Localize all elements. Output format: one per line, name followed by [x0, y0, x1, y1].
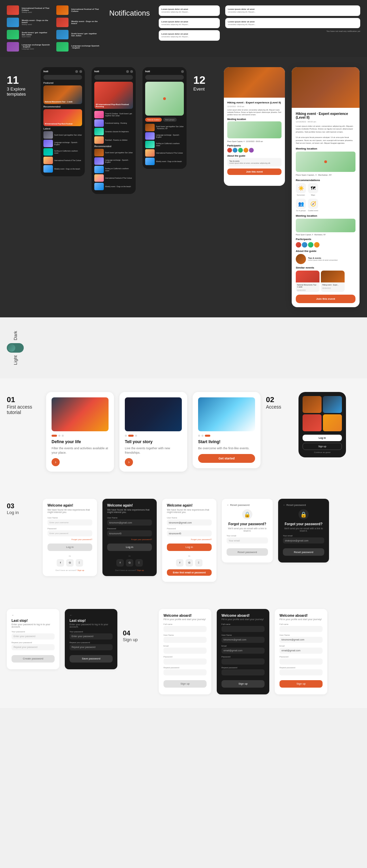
login-label-block: 03 Log in: [7, 499, 37, 515]
search-2[interactable]: [94, 75, 133, 80]
repeat-w-field-1[interactable]: [163, 669, 207, 675]
forgot-link-3[interactable]: Forgot your password?: [167, 538, 212, 540]
notifications-section: International Festival of Thai Culture W…: [0, 0, 367, 57]
back-btn-forgot-1[interactable]: ← Reset password: [227, 504, 268, 507]
back-btn-forgot-2[interactable]: ← Reset password: [283, 504, 324, 507]
card-1-arrow[interactable]: ›: [52, 458, 60, 466]
login-btn-2[interactable]: Log in: [107, 544, 152, 551]
reset-btn-2[interactable]: Reset password: [283, 548, 324, 556]
laststop-password-field-1[interactable]: Enter your password: [12, 633, 55, 639]
signup-span-1[interactable]: Sign up: [77, 569, 84, 571]
email-w-field-1[interactable]: [163, 648, 207, 654]
map-thumb-3: [145, 141, 155, 148]
forgot-link-2[interactable]: Forgot your password?: [107, 538, 152, 540]
section-participants: Participants: [227, 144, 282, 147]
notif-item-3: Sushi lovers' get- together San Julian S…: [7, 30, 51, 39]
laststop-repeat-placeholder-2: Repeat your password: [72, 646, 95, 648]
get-started-button[interactable]: Get started: [198, 454, 255, 463]
apple-btn-2[interactable]: : [135, 559, 143, 567]
reset-btn-1[interactable]: Reset password: [227, 548, 268, 556]
last-stop-card-2: ← Last stop! Enter your password to log …: [65, 609, 117, 669]
laststop-repeat-field-1[interactable]: Repeat your password: [12, 644, 55, 650]
signup-submit-btn-1[interactable]: Sign up: [163, 680, 207, 688]
list-thumb-3: [43, 148, 53, 156]
dot-1-3: [62, 435, 64, 437]
email-w-field-2[interactable]: email@gmail.com: [221, 648, 265, 654]
join-btn-large[interactable]: Join this event: [296, 295, 355, 303]
list-text-13: International Festival of The Culture: [105, 177, 132, 179]
back-laststop-2[interactable]: ←: [70, 614, 113, 617]
notif-sub-2: Weekly event: [22, 23, 51, 25]
username-field-3[interactable]: kinsmore@gmail.com: [167, 519, 212, 526]
list-thumb-6: [94, 111, 104, 118]
email-field-1[interactable]: Your email: [227, 537, 268, 544]
signup-submit-btn-2[interactable]: Sign up: [221, 680, 265, 688]
login-btn-3[interactable]: Log in: [167, 544, 212, 551]
email-w-field-3[interactable]: email@gmail.com: [279, 648, 323, 654]
forgot-card-light: ← Reset password 🔒 Forgot your password?…: [222, 499, 273, 563]
username-field-2[interactable]: kinsmore@gmail.com: [107, 519, 152, 526]
google-btn-3[interactable]: G: [186, 559, 193, 567]
laststop-password-field-2[interactable]: Enter your password: [70, 633, 113, 639]
latest-label-1: Latest: [43, 127, 82, 130]
password-w-field-3[interactable]: [279, 658, 323, 665]
list-item-1: Sushi lovers' get-together San Julian: [43, 131, 82, 139]
notif-cards-col: Lorem ipsum dolor sit amet consectetur a…: [159, 5, 220, 41]
forgot-link-1[interactable]: Forgot your password?: [47, 538, 92, 540]
nwc-title-3: Lorem ipsum dolor sit amet: [161, 33, 217, 35]
password-label-2: Password: [107, 528, 152, 530]
laststop-text-1: Enter your password to log in to your ac…: [12, 623, 55, 628]
facebook-btn-2[interactable]: f: [116, 559, 124, 567]
notif-title-2: Weekly event - Dogs on the beach: [22, 19, 51, 23]
notif-sub-4: Language event: [22, 48, 51, 50]
access-phone: Log in Sign up Continue as guest: [298, 392, 346, 457]
google-btn-1[interactable]: G: [66, 559, 74, 567]
back-laststop-1[interactable]: ←: [12, 614, 55, 617]
list-text-3: Surfing on California's southern coast: [54, 150, 82, 154]
create-password-btn-1[interactable]: Create password: [12, 655, 55, 663]
laststop-repeat-field-2[interactable]: Repeat your password: [70, 644, 113, 650]
username-w-field-2[interactable]: kinsmore@gmail.com: [221, 637, 265, 643]
password-w-field-1[interactable]: [163, 658, 207, 665]
repeat-w-field-2[interactable]: [221, 669, 265, 675]
username-placeholder-1: Enter your username: [50, 521, 69, 524]
password-field-1[interactable]: Enter your password: [47, 530, 92, 536]
tutorial-label-block: 01 First accesstutorial: [7, 392, 41, 415]
continue-link[interactable]: Continue as guest: [303, 451, 342, 453]
login-btn-1[interactable]: Log in: [47, 544, 92, 551]
google-btn-2[interactable]: G: [126, 559, 133, 567]
username-field-1[interactable]: Enter your username: [47, 519, 92, 526]
email-field-2[interactable]: drakejose@gmail.com: [283, 537, 324, 544]
phone-explore-1: holi Featured National Monuments Tour · …: [41, 67, 85, 176]
welcome-text-1: Fill in your profile and start your jour…: [163, 618, 207, 620]
fullname-field-1[interactable]: [163, 626, 207, 632]
username-w-field-1[interactable]: [163, 637, 207, 643]
create-password-btn-2[interactable]: Save password: [70, 655, 113, 663]
join-btn[interactable]: Join this event: [227, 169, 282, 175]
username-w-field-3[interactable]: kinsmore@gmail.com: [279, 637, 323, 643]
notif-sub-3: Sushi event: [22, 36, 51, 38]
repeat-w-field-3[interactable]: [279, 669, 323, 675]
toggle-switch[interactable]: [7, 343, 24, 353]
facebook-btn-1[interactable]: f: [57, 559, 64, 567]
signup-submit-btn-3[interactable]: Sign up: [279, 680, 323, 688]
password-w-field-2[interactable]: [221, 658, 265, 665]
card-2-arrow[interactable]: ›: [125, 458, 133, 466]
welcome-title-3: Welcome aboard!: [279, 614, 323, 617]
password-field-2[interactable]: kinsmore45: [107, 530, 152, 536]
card-3-text: Be overcome with the first-like events.: [198, 446, 255, 451]
username-val-3: kinsmore@gmail.com: [169, 521, 192, 524]
search-1[interactable]: [43, 75, 82, 80]
or-email-link[interactable]: Enter first email or password: [167, 569, 212, 576]
password-field-3[interactable]: kinsmore45: [167, 530, 212, 536]
facebook-btn-3[interactable]: f: [176, 559, 184, 567]
repeat-w-label-3: Repeat password: [279, 667, 323, 669]
fullname-field-3[interactable]: [279, 626, 323, 632]
map-text-5: Weekly event · Dogs on the beach: [156, 160, 182, 162]
fullname-field-2[interactable]: [221, 626, 265, 632]
signup-btn-access[interactable]: Sign up: [303, 443, 342, 450]
search-3[interactable]: [145, 75, 184, 80]
apple-btn-1[interactable]: : [76, 559, 83, 567]
apple-btn-3[interactable]: : [195, 559, 202, 567]
login-btn-access[interactable]: Log in: [303, 435, 342, 441]
